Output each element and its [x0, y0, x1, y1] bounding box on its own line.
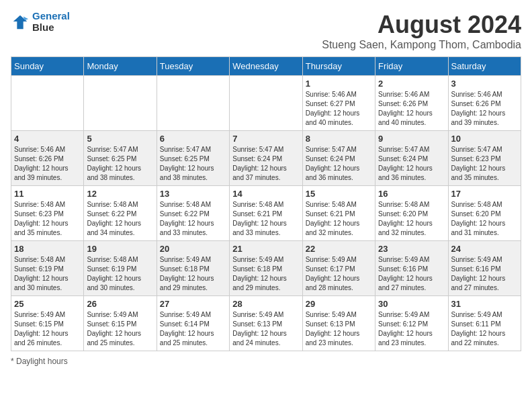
day-number: 16: [378, 189, 445, 199]
calendar-cell: 9Sunrise: 5:47 AM Sunset: 6:24 PM Daylig…: [375, 131, 448, 186]
logo-line2: Blue: [32, 21, 54, 33]
calendar-cell: [11, 76, 84, 131]
day-number: 22: [306, 244, 372, 254]
day-info: Sunrise: 5:47 AM Sunset: 6:24 PM Dayligh…: [378, 145, 445, 183]
calendar-week-4: 18Sunrise: 5:48 AM Sunset: 6:19 PM Dayli…: [11, 241, 521, 296]
calendar-cell: 4Sunrise: 5:46 AM Sunset: 6:26 PM Daylig…: [11, 131, 84, 186]
calendar-cell: 22Sunrise: 5:49 AM Sunset: 6:17 PM Dayli…: [302, 241, 375, 296]
day-info: Sunrise: 5:49 AM Sunset: 6:16 PM Dayligh…: [378, 255, 445, 293]
calendar-cell: 18Sunrise: 5:48 AM Sunset: 6:19 PM Dayli…: [11, 241, 84, 296]
day-number: 7: [232, 134, 299, 144]
calendar-cell: 1Sunrise: 5:46 AM Sunset: 6:27 PM Daylig…: [302, 76, 375, 131]
calendar-cell: 8Sunrise: 5:47 AM Sunset: 6:24 PM Daylig…: [302, 131, 375, 186]
footer-text: Daylight hours: [16, 357, 68, 366]
day-number: 11: [14, 189, 81, 199]
calendar-cell: 6Sunrise: 5:47 AM Sunset: 6:25 PM Daylig…: [157, 131, 229, 186]
calendar-cell: 31Sunrise: 5:49 AM Sunset: 6:11 PM Dayli…: [448, 296, 521, 351]
day-info: Sunrise: 5:49 AM Sunset: 6:16 PM Dayligh…: [451, 255, 518, 293]
logo-bird-icon: [11, 13, 30, 32]
weekday-header-saturday: Saturday: [448, 57, 521, 76]
logo-line1: General: [32, 10, 70, 21]
calendar-week-1: 1Sunrise: 5:46 AM Sunset: 6:27 PM Daylig…: [11, 76, 521, 131]
page-title: August 2024: [322, 11, 521, 39]
day-number: 12: [87, 189, 153, 199]
day-number: 19: [87, 244, 153, 254]
day-info: Sunrise: 5:49 AM Sunset: 6:17 PM Dayligh…: [306, 255, 372, 293]
calendar-cell: 3Sunrise: 5:46 AM Sunset: 6:26 PM Daylig…: [448, 76, 521, 131]
day-number: 18: [14, 244, 81, 254]
calendar-cell: 2Sunrise: 5:46 AM Sunset: 6:26 PM Daylig…: [375, 76, 448, 131]
logo-text: General Blue: [32, 11, 70, 33]
calendar-cell: 17Sunrise: 5:48 AM Sunset: 6:20 PM Dayli…: [448, 186, 521, 241]
weekday-header-thursday: Thursday: [302, 57, 375, 76]
day-info: Sunrise: 5:47 AM Sunset: 6:25 PM Dayligh…: [160, 145, 226, 183]
day-number: 10: [451, 134, 518, 144]
day-info: Sunrise: 5:48 AM Sunset: 6:21 PM Dayligh…: [306, 200, 372, 238]
day-number: 14: [232, 189, 299, 199]
day-number: 25: [14, 299, 81, 309]
day-number: 21: [232, 244, 299, 254]
weekday-header-wednesday: Wednesday: [230, 57, 302, 76]
day-number: 26: [87, 299, 153, 309]
calendar-week-5: 25Sunrise: 5:49 AM Sunset: 6:15 PM Dayli…: [11, 296, 521, 351]
calendar-week-3: 11Sunrise: 5:48 AM Sunset: 6:23 PM Dayli…: [11, 186, 521, 241]
calendar-cell: 23Sunrise: 5:49 AM Sunset: 6:16 PM Dayli…: [375, 241, 448, 296]
day-info: Sunrise: 5:48 AM Sunset: 6:19 PM Dayligh…: [14, 255, 81, 293]
calendar-cell: 30Sunrise: 5:49 AM Sunset: 6:12 PM Dayli…: [375, 296, 448, 351]
day-info: Sunrise: 5:49 AM Sunset: 6:15 PM Dayligh…: [14, 310, 81, 348]
calendar-cell: 5Sunrise: 5:47 AM Sunset: 6:25 PM Daylig…: [84, 131, 157, 186]
day-number: 20: [160, 244, 226, 254]
calendar-week-2: 4Sunrise: 5:46 AM Sunset: 6:26 PM Daylig…: [11, 131, 521, 186]
weekday-header-friday: Friday: [375, 57, 448, 76]
calendar-cell: 29Sunrise: 5:49 AM Sunset: 6:13 PM Dayli…: [302, 296, 375, 351]
day-info: Sunrise: 5:46 AM Sunset: 6:26 PM Dayligh…: [451, 90, 518, 128]
day-info: Sunrise: 5:47 AM Sunset: 6:23 PM Dayligh…: [451, 145, 518, 183]
day-number: 8: [306, 134, 372, 144]
day-info: Sunrise: 5:47 AM Sunset: 6:24 PM Dayligh…: [306, 145, 372, 183]
calendar-cell: 27Sunrise: 5:49 AM Sunset: 6:14 PM Dayli…: [157, 296, 229, 351]
day-info: Sunrise: 5:47 AM Sunset: 6:24 PM Dayligh…: [232, 145, 299, 183]
day-number: 6: [160, 134, 226, 144]
calendar-cell: 14Sunrise: 5:48 AM Sunset: 6:21 PM Dayli…: [230, 186, 302, 241]
calendar-cell: 28Sunrise: 5:49 AM Sunset: 6:13 PM Dayli…: [230, 296, 302, 351]
day-number: 31: [451, 299, 518, 309]
day-number: 27: [160, 299, 226, 309]
calendar-cell: 15Sunrise: 5:48 AM Sunset: 6:21 PM Dayli…: [302, 186, 375, 241]
footer-note: * Daylight hours: [11, 357, 521, 366]
day-info: Sunrise: 5:46 AM Sunset: 6:26 PM Dayligh…: [14, 145, 81, 183]
calendar-cell: 24Sunrise: 5:49 AM Sunset: 6:16 PM Dayli…: [448, 241, 521, 296]
day-info: Sunrise: 5:46 AM Sunset: 6:27 PM Dayligh…: [306, 90, 372, 128]
day-info: Sunrise: 5:49 AM Sunset: 6:14 PM Dayligh…: [160, 310, 226, 348]
day-number: 30: [378, 299, 445, 309]
svg-marker-0: [13, 15, 28, 29]
calendar-cell: [230, 76, 302, 131]
day-info: Sunrise: 5:47 AM Sunset: 6:25 PM Dayligh…: [87, 145, 153, 183]
day-info: Sunrise: 5:49 AM Sunset: 6:15 PM Dayligh…: [87, 310, 153, 348]
calendar-cell: 20Sunrise: 5:49 AM Sunset: 6:18 PM Dayli…: [157, 241, 229, 296]
day-info: Sunrise: 5:49 AM Sunset: 6:13 PM Dayligh…: [232, 310, 299, 348]
day-info: Sunrise: 5:48 AM Sunset: 6:20 PM Dayligh…: [378, 200, 445, 238]
calendar-cell: 7Sunrise: 5:47 AM Sunset: 6:24 PM Daylig…: [230, 131, 302, 186]
day-info: Sunrise: 5:49 AM Sunset: 6:18 PM Dayligh…: [160, 255, 226, 293]
day-number: 17: [451, 189, 518, 199]
logo: General Blue: [11, 11, 70, 33]
calendar-cell: 25Sunrise: 5:49 AM Sunset: 6:15 PM Dayli…: [11, 296, 84, 351]
day-info: Sunrise: 5:49 AM Sunset: 6:12 PM Dayligh…: [378, 310, 445, 348]
day-info: Sunrise: 5:46 AM Sunset: 6:26 PM Dayligh…: [378, 90, 445, 128]
calendar-cell: 10Sunrise: 5:47 AM Sunset: 6:23 PM Dayli…: [448, 131, 521, 186]
calendar-cell: 11Sunrise: 5:48 AM Sunset: 6:23 PM Dayli…: [11, 186, 84, 241]
day-info: Sunrise: 5:48 AM Sunset: 6:19 PM Dayligh…: [87, 255, 153, 293]
calendar-cell: 12Sunrise: 5:48 AM Sunset: 6:22 PM Dayli…: [84, 186, 157, 241]
calendar-table: SundayMondayTuesdayWednesdayThursdayFrid…: [11, 56, 521, 351]
day-info: Sunrise: 5:48 AM Sunset: 6:22 PM Dayligh…: [87, 200, 153, 238]
day-number: 15: [306, 189, 372, 199]
weekday-header-row: SundayMondayTuesdayWednesdayThursdayFrid…: [11, 57, 521, 76]
weekday-header-monday: Monday: [84, 57, 157, 76]
calendar-cell: 16Sunrise: 5:48 AM Sunset: 6:20 PM Dayli…: [375, 186, 448, 241]
day-info: Sunrise: 5:48 AM Sunset: 6:21 PM Dayligh…: [232, 200, 299, 238]
calendar-cell: 13Sunrise: 5:48 AM Sunset: 6:22 PM Dayli…: [157, 186, 229, 241]
day-number: 3: [451, 79, 518, 89]
calendar-cell: [84, 76, 157, 131]
day-number: 29: [306, 299, 372, 309]
day-number: 23: [378, 244, 445, 254]
